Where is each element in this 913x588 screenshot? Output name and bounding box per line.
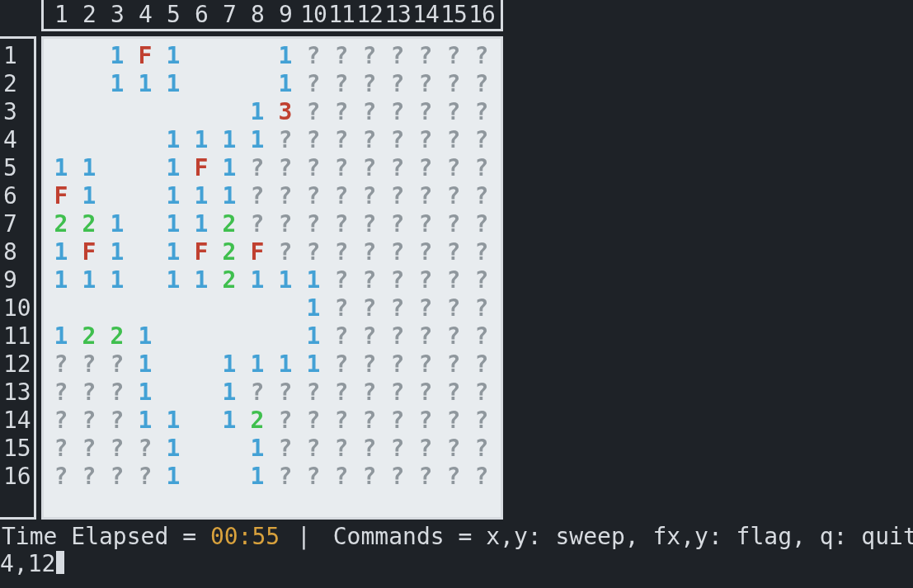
cell[interactable]: ? bbox=[412, 463, 440, 491]
cell[interactable]: 1 bbox=[159, 70, 187, 98]
cell[interactable]: ? bbox=[440, 126, 468, 154]
cell[interactable]: 1 bbox=[131, 379, 159, 407]
cell[interactable]: ? bbox=[299, 70, 327, 98]
cell[interactable] bbox=[103, 154, 131, 182]
cell[interactable]: 1 bbox=[75, 266, 103, 294]
cell[interactable]: F bbox=[243, 238, 271, 266]
cell[interactable] bbox=[215, 463, 243, 491]
cell[interactable] bbox=[187, 435, 215, 463]
cell[interactable]: ? bbox=[384, 294, 412, 322]
cell[interactable]: ? bbox=[75, 379, 103, 407]
cell[interactable]: ? bbox=[131, 435, 159, 463]
cell[interactable]: ? bbox=[355, 238, 384, 266]
game-board[interactable]: 1F11???????1111???????13???????1111?????… bbox=[41, 36, 503, 520]
cell[interactable]: ? bbox=[355, 126, 384, 154]
cell[interactable]: ? bbox=[468, 70, 496, 98]
cell[interactable]: ? bbox=[103, 379, 131, 407]
cell[interactable]: ? bbox=[271, 126, 299, 154]
cell[interactable]: 1 bbox=[103, 70, 131, 98]
cell[interactable]: ? bbox=[299, 379, 327, 407]
cell[interactable] bbox=[159, 379, 187, 407]
cell[interactable] bbox=[187, 463, 215, 491]
cell[interactable]: ? bbox=[384, 435, 412, 463]
cell[interactable]: 1 bbox=[299, 322, 327, 350]
cell[interactable] bbox=[215, 42, 243, 70]
cell[interactable]: 1 bbox=[187, 266, 215, 294]
cell[interactable]: ? bbox=[299, 98, 327, 126]
cell[interactable]: ? bbox=[384, 42, 412, 70]
cell[interactable] bbox=[243, 294, 271, 322]
cell[interactable]: ? bbox=[412, 70, 440, 98]
cell[interactable]: ? bbox=[384, 379, 412, 407]
cell[interactable]: ? bbox=[299, 154, 327, 182]
cell[interactable]: 1 bbox=[159, 266, 187, 294]
cell[interactable]: ? bbox=[299, 182, 327, 210]
cell[interactable]: ? bbox=[412, 435, 440, 463]
cell[interactable]: ? bbox=[468, 182, 496, 210]
cell[interactable]: 1 bbox=[103, 266, 131, 294]
cell[interactable]: 3 bbox=[271, 98, 299, 126]
cell[interactable]: ? bbox=[384, 98, 412, 126]
cell[interactable]: 1 bbox=[47, 154, 75, 182]
cell[interactable]: 1 bbox=[299, 266, 327, 294]
cell[interactable]: ? bbox=[384, 210, 412, 238]
cell[interactable]: ? bbox=[327, 238, 355, 266]
cell[interactable]: ? bbox=[468, 210, 496, 238]
cell[interactable]: ? bbox=[384, 154, 412, 182]
cell[interactable]: ? bbox=[327, 407, 355, 435]
cell[interactable]: ? bbox=[75, 463, 103, 491]
cell[interactable]: ? bbox=[440, 379, 468, 407]
cell[interactable] bbox=[215, 98, 243, 126]
cell[interactable]: F bbox=[75, 238, 103, 266]
cell[interactable]: ? bbox=[355, 407, 384, 435]
cell[interactable]: 2 bbox=[215, 210, 243, 238]
cell[interactable]: ? bbox=[468, 98, 496, 126]
cell[interactable]: ? bbox=[440, 294, 468, 322]
cell[interactable]: ? bbox=[299, 238, 327, 266]
cell[interactable]: ? bbox=[103, 435, 131, 463]
cell[interactable]: ? bbox=[355, 294, 384, 322]
cell[interactable]: ? bbox=[440, 98, 468, 126]
cell[interactable] bbox=[187, 70, 215, 98]
cell[interactable]: ? bbox=[327, 435, 355, 463]
cell[interactable]: ? bbox=[299, 407, 327, 435]
cell[interactable]: ? bbox=[327, 266, 355, 294]
cell[interactable]: ? bbox=[355, 70, 384, 98]
cell[interactable]: ? bbox=[299, 210, 327, 238]
cell[interactable] bbox=[187, 42, 215, 70]
cell[interactable]: 1 bbox=[159, 182, 187, 210]
cell[interactable]: ? bbox=[327, 126, 355, 154]
cell[interactable]: ? bbox=[131, 463, 159, 491]
cell[interactable]: 1 bbox=[271, 70, 299, 98]
cell[interactable]: ? bbox=[355, 154, 384, 182]
cell[interactable]: ? bbox=[355, 350, 384, 379]
cell[interactable]: ? bbox=[468, 294, 496, 322]
cell[interactable]: ? bbox=[468, 322, 496, 350]
cell[interactable]: ? bbox=[468, 238, 496, 266]
cell[interactable]: ? bbox=[440, 238, 468, 266]
cell[interactable]: ? bbox=[412, 154, 440, 182]
cell[interactable] bbox=[103, 294, 131, 322]
cell[interactable]: ? bbox=[440, 210, 468, 238]
cell[interactable]: 1 bbox=[187, 210, 215, 238]
cell[interactable]: ? bbox=[355, 463, 384, 491]
cell[interactable] bbox=[215, 70, 243, 98]
cell[interactable] bbox=[159, 350, 187, 379]
input-line[interactable]: 4,12 bbox=[0, 550, 913, 577]
cell[interactable]: ? bbox=[412, 126, 440, 154]
cell[interactable] bbox=[215, 435, 243, 463]
cell[interactable]: 1 bbox=[47, 266, 75, 294]
cell[interactable] bbox=[75, 70, 103, 98]
cell[interactable]: 2 bbox=[215, 238, 243, 266]
cell[interactable]: ? bbox=[412, 294, 440, 322]
cell[interactable]: ? bbox=[412, 266, 440, 294]
cell[interactable]: 2 bbox=[215, 266, 243, 294]
cell[interactable] bbox=[131, 294, 159, 322]
cell[interactable]: ? bbox=[440, 350, 468, 379]
cell[interactable]: ? bbox=[412, 238, 440, 266]
cell[interactable]: F bbox=[47, 182, 75, 210]
cell[interactable]: ? bbox=[412, 379, 440, 407]
cell[interactable]: 1 bbox=[159, 42, 187, 70]
prompt-input[interactable]: 4,12 bbox=[0, 550, 55, 577]
cell[interactable]: 1 bbox=[215, 350, 243, 379]
